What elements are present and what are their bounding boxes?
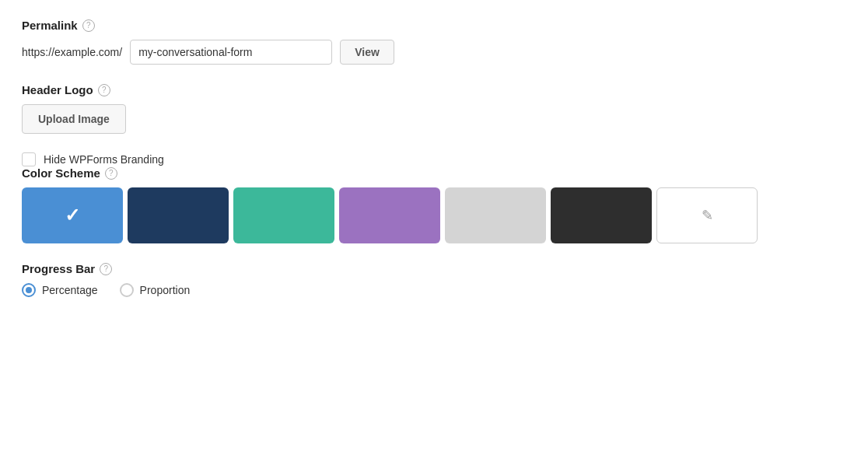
hide-branding-section: Hide WPForms Branding: [22, 152, 846, 166]
progress-bar-help-icon[interactable]: ?: [100, 263, 112, 275]
hide-branding-label: Hide WPForms Branding: [44, 153, 164, 166]
upload-image-button[interactable]: Upload Image: [22, 104, 126, 134]
progress-bar-option-percentage[interactable]: Percentage: [22, 283, 98, 297]
header-logo-help-icon[interactable]: ?: [98, 84, 110, 96]
color-swatch-teal[interactable]: [233, 187, 334, 243]
hide-branding-checkbox[interactable]: [22, 152, 36, 166]
permalink-section: Permalink ? https://example.com/ View: [22, 19, 846, 65]
progress-bar-radio-group: Percentage Proportion: [22, 283, 846, 297]
color-swatch-blue[interactable]: [22, 187, 123, 243]
color-swatch-light-gray[interactable]: [445, 187, 546, 243]
color-swatch-navy[interactable]: [128, 187, 229, 243]
header-logo-label: Header Logo: [22, 83, 93, 96]
permalink-slug-input[interactable]: [130, 40, 332, 65]
pen-icon: ✎: [702, 207, 713, 224]
permalink-label: Permalink: [22, 19, 78, 32]
color-scheme-section: Color Scheme ? ✎: [22, 166, 846, 243]
proportion-radio[interactable]: [120, 283, 134, 297]
color-scheme-help-icon[interactable]: ?: [105, 167, 117, 180]
percentage-label: Percentage: [42, 284, 98, 296]
header-logo-label-row: Header Logo ?: [22, 83, 846, 96]
permalink-input-row: https://example.com/ View: [22, 40, 846, 65]
proportion-label: Proportion: [140, 284, 191, 296]
permalink-help-icon[interactable]: ?: [82, 19, 95, 32]
color-swatch-dark[interactable]: [551, 187, 652, 243]
color-swatch-custom[interactable]: ✎: [656, 187, 758, 243]
color-swatch-purple[interactable]: [339, 187, 440, 243]
color-swatches-container: ✎: [22, 187, 846, 243]
progress-bar-section: Progress Bar ? Percentage Proportion: [22, 262, 846, 297]
permalink-label-row: Permalink ?: [22, 19, 846, 32]
permalink-base-url: https://example.com/: [22, 46, 122, 58]
color-scheme-label: Color Scheme: [22, 166, 100, 180]
progress-bar-label-row: Progress Bar ?: [22, 262, 846, 275]
progress-bar-option-proportion[interactable]: Proportion: [120, 283, 191, 297]
color-scheme-label-row: Color Scheme ?: [22, 166, 846, 180]
header-logo-section: Header Logo ? Upload Image: [22, 83, 846, 134]
percentage-radio[interactable]: [22, 283, 36, 297]
progress-bar-label: Progress Bar: [22, 262, 95, 275]
permalink-view-button[interactable]: View: [340, 40, 394, 65]
